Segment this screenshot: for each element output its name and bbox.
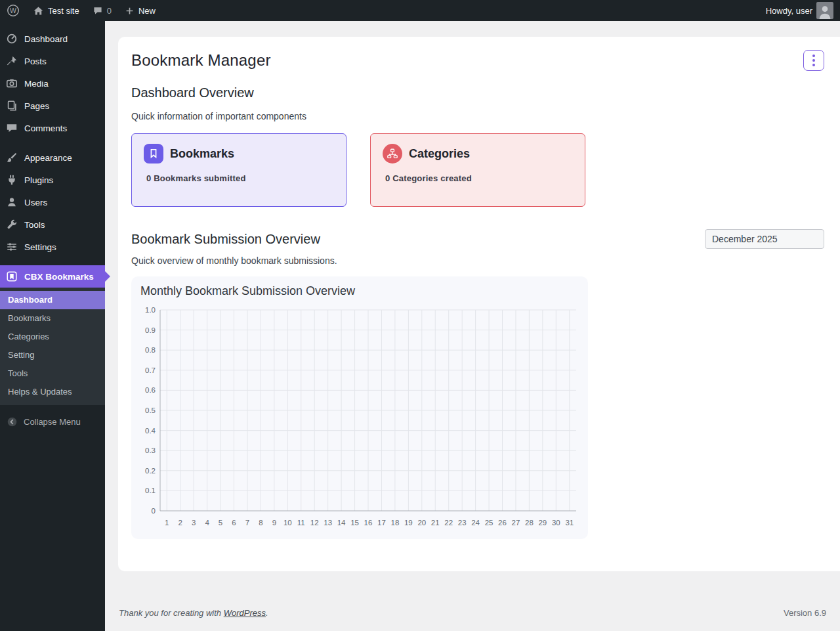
svg-text:6: 6 bbox=[232, 519, 236, 527]
categories-stat-card: Categories 0 Categories created bbox=[370, 133, 585, 207]
sidebar-item-label: Dashboard bbox=[24, 34, 68, 44]
submenu-item-dashboard[interactable]: Dashboard bbox=[0, 291, 105, 309]
bookmark-icon bbox=[144, 144, 163, 163]
sliders-icon bbox=[5, 240, 18, 253]
svg-text:16: 16 bbox=[364, 519, 373, 527]
camera-icon bbox=[5, 77, 18, 90]
stat-card-title: Categories bbox=[409, 147, 470, 161]
collapse-menu-button[interactable]: Collapse Menu bbox=[0, 410, 105, 433]
svg-text:26: 26 bbox=[498, 519, 507, 527]
wordpress-link[interactable]: WordPress bbox=[224, 608, 266, 618]
svg-text:0.6: 0.6 bbox=[145, 386, 156, 394]
submission-chart: 1234567891011121314151617181920212223242… bbox=[136, 301, 581, 532]
svg-text:0.1: 0.1 bbox=[145, 487, 156, 494]
plus-icon bbox=[125, 6, 135, 16]
submission-heading-row: Bookmark Submission Overview bbox=[131, 229, 824, 249]
sitemap-icon bbox=[383, 144, 402, 163]
user-icon bbox=[5, 196, 18, 209]
sidebar-item-tools[interactable]: Tools bbox=[0, 213, 105, 236]
svg-text:1.0: 1.0 bbox=[145, 306, 156, 314]
svg-text:9: 9 bbox=[272, 519, 276, 527]
admin-footer: Thank you for creating with WordPress. V… bbox=[119, 608, 826, 618]
submenu-item-categories[interactable]: Categories bbox=[0, 328, 105, 346]
submenu-item-helps-updates[interactable]: Helps & Updates bbox=[0, 383, 105, 401]
kebab-menu-icon bbox=[812, 54, 815, 66]
sidebar-item-cbx-bookmarks[interactable]: CBX Bookmarks bbox=[0, 265, 105, 288]
svg-text:13: 13 bbox=[324, 519, 332, 527]
page-title: Bookmark Manager bbox=[131, 51, 271, 70]
kebab-menu-button[interactable] bbox=[803, 50, 824, 71]
content-area: Bookmark Manager Dashboard Overview Quic… bbox=[105, 21, 840, 631]
footer-thanks: Thank you for creating with WordPress. bbox=[119, 608, 268, 618]
site-name-menu[interactable]: Test site bbox=[26, 0, 86, 21]
dashboard-overview-heading: Dashboard Overview bbox=[131, 85, 824, 100]
sidebar-item-label: CBX Bookmarks bbox=[24, 272, 94, 282]
svg-text:15: 15 bbox=[350, 519, 359, 527]
svg-text:27: 27 bbox=[512, 519, 520, 527]
svg-text:10: 10 bbox=[284, 519, 292, 527]
sidebar-item-pages[interactable]: Pages bbox=[0, 95, 105, 117]
submenu-item-bookmarks[interactable]: Bookmarks bbox=[0, 309, 105, 328]
chart-title: Monthly Bookmark Submission Overview bbox=[136, 284, 583, 298]
svg-text:0.7: 0.7 bbox=[145, 366, 156, 374]
svg-text:0.2: 0.2 bbox=[145, 467, 156, 475]
new-label: New bbox=[138, 6, 156, 16]
svg-text:7: 7 bbox=[245, 519, 249, 527]
wp-logo-menu[interactable]: W bbox=[0, 0, 26, 21]
svg-text:25: 25 bbox=[485, 519, 494, 527]
svg-text:24: 24 bbox=[471, 519, 480, 527]
svg-text:5: 5 bbox=[219, 519, 222, 527]
sidebar-item-label: Media bbox=[24, 79, 49, 89]
admin-bar: W Test site 0 New Howdy, user bbox=[0, 0, 840, 21]
new-content-menu[interactable]: New bbox=[118, 0, 162, 21]
howdy-text: Howdy, user bbox=[766, 6, 812, 16]
stat-card-value: 0 Categories created bbox=[385, 173, 573, 183]
current-menu-arrow bbox=[105, 271, 110, 282]
pages-icon bbox=[5, 99, 18, 112]
svg-text:21: 21 bbox=[431, 519, 440, 527]
menu-separator bbox=[0, 139, 105, 146]
sidebar-item-media[interactable]: Media bbox=[0, 72, 105, 95]
sidebar-item-label: Pages bbox=[24, 101, 49, 111]
sidebar-item-label: Tools bbox=[24, 220, 45, 230]
svg-text:22: 22 bbox=[444, 519, 453, 527]
svg-text:29: 29 bbox=[538, 519, 547, 527]
svg-text:18: 18 bbox=[391, 519, 400, 527]
submenu-item-setting[interactable]: Setting bbox=[0, 346, 105, 364]
svg-text:0.9: 0.9 bbox=[145, 326, 156, 334]
svg-text:12: 12 bbox=[310, 519, 319, 527]
site-name: Test site bbox=[48, 6, 79, 16]
comments-menu[interactable]: 0 bbox=[86, 0, 118, 21]
month-picker-input[interactable] bbox=[705, 229, 824, 249]
sidebar-item-users[interactable]: Users bbox=[0, 191, 105, 213]
svg-text:4: 4 bbox=[205, 519, 209, 527]
svg-text:28: 28 bbox=[525, 519, 534, 527]
sidebar-item-label: Comments bbox=[24, 123, 67, 133]
svg-text:0: 0 bbox=[152, 507, 156, 515]
sidebar-item-posts[interactable]: Posts bbox=[0, 50, 105, 72]
svg-text:0.5: 0.5 bbox=[145, 406, 156, 414]
page-header: Bookmark Manager bbox=[131, 47, 824, 74]
comments-count: 0 bbox=[107, 6, 112, 16]
svg-text:1: 1 bbox=[165, 519, 169, 527]
svg-text:14: 14 bbox=[337, 519, 346, 527]
comments-icon bbox=[5, 121, 18, 135]
footer-thanks-suffix: . bbox=[266, 608, 268, 618]
dashboard-icon bbox=[5, 32, 18, 45]
svg-text:20: 20 bbox=[417, 519, 426, 527]
sidebar-item-dashboard[interactable]: Dashboard bbox=[0, 28, 105, 50]
collapse-icon bbox=[5, 415, 18, 428]
my-account-menu[interactable]: Howdy, user bbox=[759, 0, 840, 21]
sidebar-item-appearance[interactable]: Appearance bbox=[0, 146, 105, 169]
sidebar-item-settings[interactable]: Settings bbox=[0, 236, 105, 258]
sidebar-item-comments[interactable]: Comments bbox=[0, 117, 105, 139]
stat-card-header: Bookmarks bbox=[144, 144, 334, 163]
svg-text:19: 19 bbox=[404, 519, 413, 527]
sidebar-item-plugins[interactable]: Plugins bbox=[0, 169, 105, 191]
submenu-item-tools[interactable]: Tools bbox=[0, 364, 105, 383]
svg-text:17: 17 bbox=[377, 519, 386, 527]
home-icon bbox=[33, 5, 44, 16]
admin-sidebar: Dashboard Posts Media Pages Comments App… bbox=[0, 21, 105, 631]
submission-overview-heading: Bookmark Submission Overview bbox=[131, 232, 320, 247]
collapse-label: Collapse Menu bbox=[24, 417, 81, 427]
